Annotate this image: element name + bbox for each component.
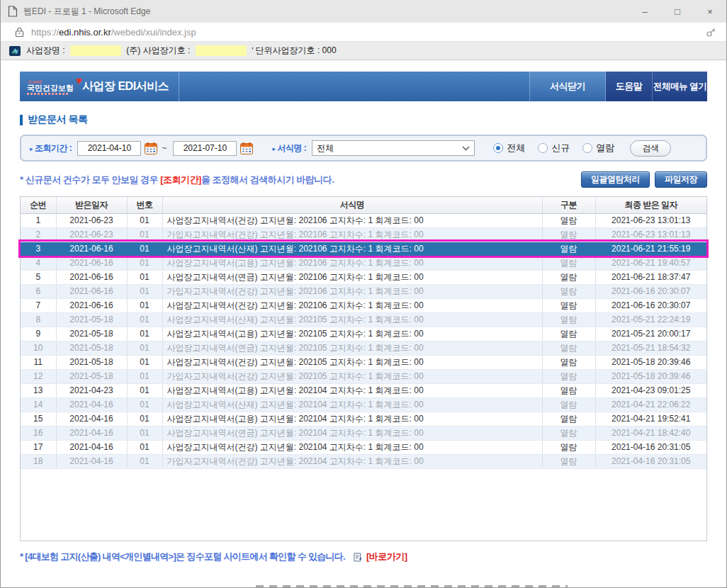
cell-last-received: 2021-06-21 19:40:57: [595, 256, 706, 270]
cell-no: 9: [21, 327, 56, 341]
table-row[interactable]: 15 2021-04-16 01 사업장고지내역서(고용) 고지년월: 2021…: [21, 412, 706, 426]
cell-form-name: 사업장고지내역서(산재) 고지년월: 202104 고지차수: 1 회계코드: …: [162, 397, 542, 412]
key-icon[interactable]: [706, 27, 716, 38]
minimize-button[interactable]: –: [629, 0, 661, 23]
cell-no: 10: [21, 341, 56, 355]
cell-status: 열람: [542, 284, 595, 298]
cell-received-date: 2021-05-18: [56, 355, 127, 369]
cell-last-received: 2021-05-18 20:39:46: [595, 355, 706, 369]
table-row[interactable]: 9 2021-05-18 01 사업장고지내역서(고용) 고지년월: 20210…: [21, 327, 706, 341]
table-row[interactable]: 4 2021-06-16 01 사업장고지내역서(고용) 고지년월: 20210…: [21, 256, 706, 270]
window-titlebar: 웹EDI - 프로필 1 - Microsoft Edge – □ ×: [1, 0, 726, 23]
table-row[interactable]: 17 2021-04-16 01 사업장고지내역서(건강) 고지년월: 2021…: [21, 440, 706, 454]
cell-form-name: 사업장고지내역서(고용) 고지년월: 202105 고지차수: 1 회계코드: …: [162, 327, 542, 341]
table-row[interactable]: 1 2021-06-23 01 사업장고지내역서(건강) 고지년월: 20210…: [21, 213, 706, 227]
cell-number: 01: [127, 426, 162, 440]
url-scheme: https://: [31, 27, 59, 38]
table-row[interactable]: 8 2021-05-18 01 사업장고지내역서(산재) 고지년월: 20210…: [21, 312, 706, 327]
calendar-icon-to[interactable]: [240, 142, 253, 154]
table-row[interactable]: 18 2021-04-16 01 가입자고지내역서(건강) 고지년월: 2021…: [21, 454, 706, 468]
lock-icon[interactable]: [15, 27, 24, 38]
cell-status: 열람: [542, 383, 595, 397]
url-bar[interactable]: https://edi.nhis.or.kr/webedi/xui/index.…: [1, 23, 726, 42]
search-button[interactable]: 검색: [630, 140, 671, 157]
date-range-tilde: ~: [162, 143, 167, 153]
maximize-button[interactable]: □: [661, 0, 694, 23]
shortcut-icon: [354, 553, 362, 562]
cell-status: 열람: [542, 426, 595, 440]
close-form-button[interactable]: 서식닫기: [529, 72, 606, 101]
cell-number: 01: [127, 227, 162, 242]
radio-new[interactable]: 신규: [538, 142, 570, 154]
bullet-arrow-icon: ▸: [30, 145, 33, 152]
table-row[interactable]: 11 2021-05-18 01 사업장고지내역서(건강) 고지년월: 2021…: [21, 355, 706, 369]
table-row[interactable]: 13 2021-04-23 01 사업장고지내역서(고용) 고지년월: 2021…: [21, 383, 706, 397]
cell-number: 01: [127, 369, 162, 383]
full-menu-button[interactable]: 전체메뉴 열기: [653, 72, 707, 101]
cell-received-date: 2021-05-18: [56, 327, 127, 341]
file-save-button[interactable]: 파일저장: [655, 171, 707, 188]
date-from-input[interactable]: [77, 141, 141, 156]
logo-subline: [27, 93, 68, 95]
cell-last-received: 2021-04-21 18:42:40: [595, 426, 706, 440]
radio-read[interactable]: 열람: [582, 142, 614, 154]
batch-read-button[interactable]: 일괄열람처리: [581, 171, 650, 188]
form-name-label: ▸서식명 :: [272, 142, 306, 154]
section-title-bar: [20, 115, 23, 125]
cell-received-date: 2021-04-16: [56, 412, 127, 426]
shortcut-link[interactable]: [바로가기]: [366, 550, 407, 563]
cell-no: 13: [21, 383, 56, 397]
window-title: 웹EDI - 프로필 1 - Microsoft Edge: [23, 6, 629, 18]
cell-received-date: 2021-06-16: [56, 256, 127, 270]
cell-form-name: 사업장고지내역서(연금) 고지년월: 202104 고지차수: 1 회계코드: …: [162, 426, 542, 440]
cell-no: 4: [21, 256, 56, 270]
radio-dot-icon: [582, 143, 592, 153]
table-row[interactable]: 5 2021-06-16 01 사업장고지내역서(연금) 고지년월: 20210…: [21, 270, 706, 284]
cell-form-name: 가입자고지내역서(건강) 고지년월: 202106 고지차수: 1 회계코드: …: [162, 284, 542, 298]
table-row[interactable]: 3 2021-06-16 01 사업장고지내역서(산재) 고지년월: 20210…: [21, 242, 706, 256]
cell-received-date: 2021-06-23: [56, 213, 127, 227]
code-label: 사업장기호 :: [143, 45, 193, 57]
table-header-row: 순번 받은일자 번호 서식명 구분 최종 받은 일자: [21, 197, 706, 213]
cell-number: 01: [127, 383, 162, 397]
cell-number: 01: [127, 284, 162, 298]
table-row[interactable]: 12 2021-05-18 01 가입자고지내역서(건강) 고지년월: 2021…: [21, 369, 706, 383]
column-header-received-date: 받은일자: [56, 197, 127, 213]
cell-no: 3: [21, 242, 56, 256]
cell-no: 6: [21, 284, 56, 298]
nhis-logo: h-well 국민건강보험 ♥: [27, 78, 74, 95]
cell-no: 14: [21, 397, 56, 412]
table-row[interactable]: 14 2021-04-16 01 사업장고지내역서(산재) 고지년월: 2021…: [21, 397, 706, 412]
cell-form-name: 사업장고지내역서(건강) 고지년월: 202104 고지차수: 1 회계코드: …: [162, 440, 542, 454]
help-button[interactable]: 도움말: [606, 72, 653, 101]
url-path: /webedi/xui/index.jsp: [111, 27, 196, 38]
radio-all[interactable]: 전체: [493, 142, 525, 154]
table-row[interactable]: 10 2021-05-18 01 사업장고지내역서(연금) 고지년월: 2021…: [21, 341, 706, 355]
cell-last-received: 2021-04-16 20:31:05: [595, 440, 706, 454]
calendar-icon-from[interactable]: [145, 142, 157, 154]
cell-form-name: 사업장고지내역서(고용) 고지년월: 202106 고지차수: 1 회계코드: …: [162, 256, 542, 270]
cell-received-date: 2021-06-23: [56, 227, 127, 242]
chevron-down-icon: [462, 146, 470, 151]
url-text[interactable]: https://edi.nhis.or.kr/webedi/xui/index.…: [31, 27, 706, 38]
close-button[interactable]: ×: [694, 0, 726, 23]
table-row[interactable]: 16 2021-04-16 01 사업장고지내역서(연금) 고지년월: 2021…: [21, 426, 706, 440]
cell-number: 01: [127, 327, 162, 341]
cell-status: 열람: [542, 440, 595, 454]
form-name-select[interactable]: 전체: [312, 140, 475, 156]
edi-service-header: h-well 국민건강보험 ♥ 사업장 EDI서비스 서식닫기 도움말 전체메뉴…: [20, 72, 707, 101]
table-row[interactable]: 2 2021-06-23 01 가입자고지내역서(건강) 고지년월: 20210…: [21, 227, 706, 242]
new-doc-notice: * 신규문서 건수가 모두 안보일 경우 [조회기간]을 조정해서 검색하시기 …: [20, 174, 334, 186]
cell-received-date: 2021-04-16: [56, 397, 127, 412]
column-header-last-received: 최종 받은 일자: [595, 197, 706, 213]
cell-received-date: 2021-05-18: [56, 369, 127, 383]
cell-last-received: 2021-06-21 18:37:47: [595, 270, 706, 284]
date-to-input[interactable]: [173, 141, 237, 156]
cell-last-received: 2021-05-21 20:00:17: [595, 327, 706, 341]
cell-received-date: 2021-04-23: [56, 383, 127, 397]
cell-form-name: 사업장고지내역서(고용) 고지년월: 202104 고지차수: 1 회계코드: …: [162, 383, 542, 397]
workplace-suffix: (주): [124, 45, 143, 57]
table-row[interactable]: 6 2021-06-16 01 가입자고지내역서(건강) 고지년월: 20210…: [21, 284, 706, 298]
table-row[interactable]: 7 2021-06-16 01 사업장고지내역서(건강) 고지년월: 20210…: [21, 298, 706, 312]
cell-form-name: 가입자고지내역서(건강) 고지년월: 202104 고지차수: 1 회계코드: …: [162, 454, 542, 468]
